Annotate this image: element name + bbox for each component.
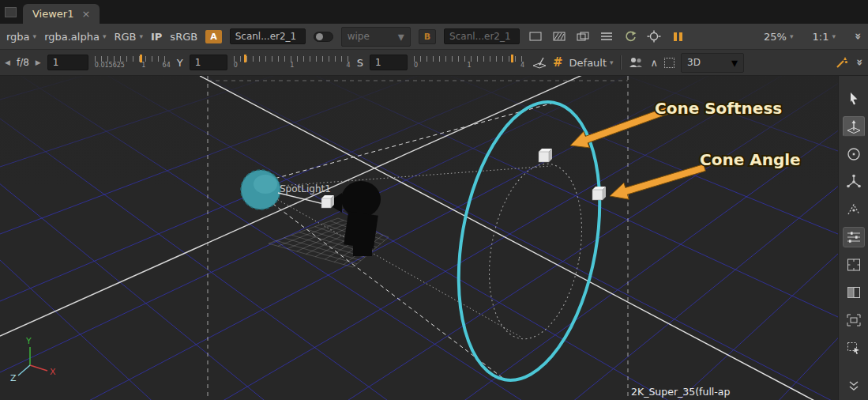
input-a-badge[interactable]: A — [205, 30, 222, 43]
rotate-tool-icon[interactable] — [843, 144, 865, 164]
tab-viewer1[interactable]: Viewer1 × — [23, 4, 100, 24]
lut-dropdown[interactable]: Default▾ — [569, 57, 614, 69]
region-zoom-icon[interactable] — [843, 338, 865, 358]
manipulator-cube-camera[interactable] — [321, 195, 334, 208]
gain-slider[interactable]: 0.015625164 — [95, 53, 171, 72]
roi-icon[interactable] — [528, 28, 543, 44]
manipulator-cube-angle[interactable] — [592, 187, 606, 200]
stereo-views-icon[interactable] — [627, 55, 644, 70]
translate-tool-icon[interactable] — [843, 116, 865, 137]
viewer-tool-sidebar — [838, 76, 868, 400]
pivot-tool-icon[interactable] — [843, 172, 865, 192]
lookat-icon[interactable] — [531, 55, 547, 70]
selection-marquee-icon[interactable] — [664, 58, 674, 68]
svg-text:Z: Z — [10, 373, 17, 383]
saturation-input[interactable]: 1 — [370, 55, 408, 70]
zoom-dropdown[interactable]: 25%▾ — [764, 31, 793, 43]
chevron-down-icon: ▾ — [610, 58, 614, 66]
viewer-toolbar-top: rgba▾ rgba.alpha▾ RGB▾ IP sRGB A Scanl..… — [0, 24, 868, 50]
layout-sliders-icon[interactable] — [843, 227, 865, 247]
overlay-frames-icon[interactable] — [575, 28, 591, 44]
alpha-channel-dropdown[interactable]: rgba.alpha▾ — [44, 31, 106, 43]
3d-viewport-canvas[interactable]: SpotLight1 — [0, 76, 838, 400]
saturation-slider[interactable]: 014 — [414, 53, 524, 72]
chevron-down-icon: ▾ — [731, 55, 738, 70]
tab-title: Viewer1 — [32, 8, 73, 20]
chevron-down-icon: ▾ — [832, 32, 836, 40]
channels-dropdown[interactable]: rgba▾ — [6, 31, 36, 43]
cursor-tool-icon[interactable] — [843, 89, 865, 109]
input-a-field[interactable]: Scanl...er2_1 — [230, 28, 306, 44]
collapse-toolbar-chevrons-icon[interactable]: » — [853, 58, 866, 66]
annotation-cone-softness: Cone Softness — [655, 99, 782, 118]
next-icon[interactable]: ▶ — [36, 58, 41, 66]
input-process-button[interactable]: IP — [151, 31, 162, 43]
spotlight-sphere[interactable] — [241, 170, 280, 209]
view-dimension-dropdown[interactable]: 3D ▾ — [681, 53, 744, 73]
color-sampler-icon[interactable] — [834, 55, 850, 70]
collapse-toolbar-chevrons-icon[interactable]: » — [851, 32, 864, 40]
pane-menu-icon[interactable] — [5, 7, 17, 17]
nuke-viewer-window: Viewer1 × rgba▾ rgba.alpha▾ RGB▾ IP sRGB… — [0, 0, 868, 400]
prev-icon[interactable]: ◀ — [5, 58, 10, 66]
fit-frame-icon[interactable] — [843, 310, 865, 330]
crosshair-icon[interactable] — [646, 28, 662, 44]
curve-tool-icon[interactable]: ∧ — [651, 57, 659, 69]
3d-viewport[interactable]: SpotLight1 — [0, 76, 838, 400]
saturation-label: S — [357, 57, 363, 69]
svg-text:Y: Y — [25, 336, 32, 346]
spotlight-label: SpotLight1 — [280, 183, 331, 194]
divider — [620, 55, 621, 70]
close-tab-icon[interactable]: × — [81, 9, 90, 19]
manipulator-cube-softness[interactable] — [539, 149, 552, 162]
tab-bar: Viewer1 × — [0, 0, 868, 24]
pixel-aspect-dropdown[interactable]: 1:1▾ — [813, 31, 836, 43]
chevron-down-icon: ▾ — [790, 32, 794, 40]
input-b-badge[interactable]: B — [419, 29, 436, 44]
proxy-stripes-icon[interactable] — [551, 28, 567, 44]
annotation-cone-angle: Cone Angle — [700, 150, 801, 169]
chevron-down-icon: ▾ — [398, 29, 404, 44]
saturation-slider-handle[interactable] — [511, 55, 513, 62]
display-channel-dropdown[interactable]: RGB▾ — [114, 31, 143, 43]
wipe-dropdown[interactable]: wipe ▾ — [341, 27, 411, 47]
pause-icon[interactable] — [670, 28, 686, 44]
input-b-field[interactable]: Scanl...er2_1 — [444, 28, 520, 44]
gain-slider-handle[interactable] — [140, 55, 142, 62]
more-tools-chevrons-icon[interactable] — [843, 376, 865, 397]
chevron-down-icon: ▾ — [103, 32, 107, 40]
gamma-slider-handle[interactable] — [244, 55, 246, 62]
main-area: SpotLight1 — [0, 76, 868, 400]
frame-grid-icon[interactable] — [843, 255, 865, 275]
chevron-down-icon: ▾ — [139, 32, 143, 40]
gain-input[interactable]: 1 — [47, 55, 88, 70]
viewer-toolbar-gain: ◀ f/8 ▶ 1 0.015625164 Y 1 014 S 1 014 — [0, 50, 868, 76]
gamma-slider[interactable]: 014 — [234, 53, 351, 72]
chevron-down-icon: ▾ — [33, 32, 37, 40]
refresh-icon[interactable] — [622, 28, 638, 44]
snap-grid-icon[interactable]: # — [553, 55, 563, 70]
menu-icon[interactable] — [599, 28, 614, 44]
gamma-label: Y — [177, 57, 183, 69]
colorspace-dropdown[interactable]: sRGB — [170, 31, 197, 43]
gamma-input[interactable]: 1 — [190, 55, 227, 70]
split-view-icon[interactable] — [843, 282, 865, 303]
aperture-label[interactable]: f/8 — [17, 57, 29, 68]
horizon-fade — [0, 76, 838, 191]
format-label: 2K_Super_35(full-ap — [631, 386, 730, 398]
svg-text:X: X — [50, 367, 56, 377]
skew-tool-icon[interactable] — [843, 199, 865, 220]
wipe-mix-toggle[interactable] — [314, 32, 333, 42]
